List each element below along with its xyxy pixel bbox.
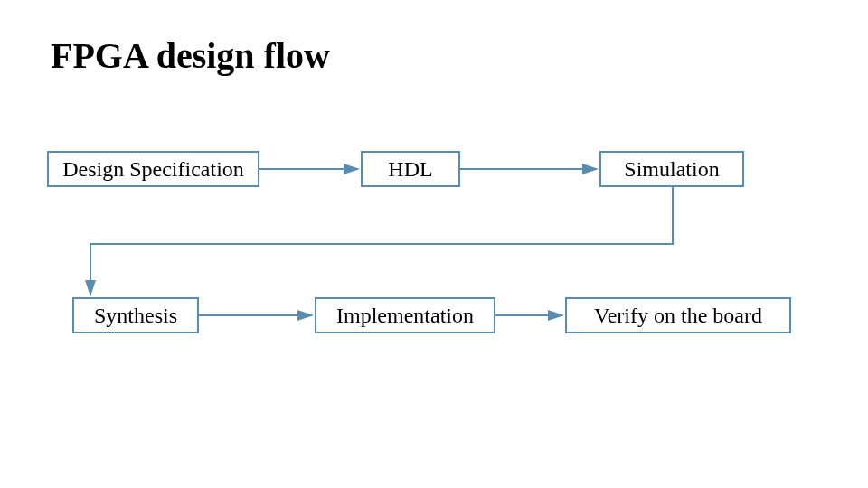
page-title: FPGA design flow [51,34,330,77]
node-hdl: HDL [361,151,460,187]
node-simulation: Simulation [599,151,744,187]
node-synthesis: Synthesis [72,297,199,333]
node-design-specification: Design Specification [47,151,259,187]
node-verify: Verify on the board [565,297,791,333]
node-implementation: Implementation [315,297,495,333]
